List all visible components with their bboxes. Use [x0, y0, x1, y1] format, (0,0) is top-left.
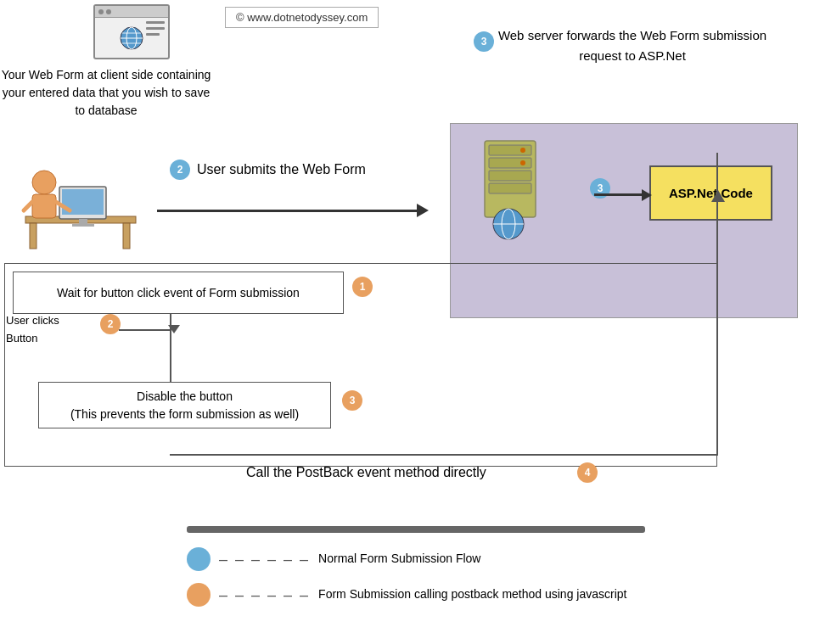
- badge-step4: 4: [577, 462, 598, 483]
- legend-circle-orange: [187, 583, 211, 607]
- legend-text-blue: Normal Form Submission Flow: [318, 551, 480, 568]
- browser-icon: [93, 4, 170, 59]
- legend-dash-blue: – – – – – –: [219, 551, 310, 568]
- step3-disable-box: Disable the button(This prevents the for…: [38, 382, 331, 428]
- svg-point-21: [520, 148, 525, 153]
- svg-rect-10: [79, 219, 87, 224]
- server-to-aspnet-arrow: [594, 193, 652, 196]
- legend-item-orange: – – – – – – Form Submission calling post…: [187, 583, 781, 607]
- svg-rect-19: [489, 171, 531, 181]
- step1-box: Wait for button click event of Form subm…: [13, 272, 344, 314]
- badge-server-step3: 3: [474, 31, 494, 52]
- legend-dash-orange: – – – – – –: [219, 586, 310, 604]
- step3-text: Disable the button(This prevents the for…: [70, 388, 299, 423]
- person-at-desk-icon: [8, 144, 144, 255]
- badge-step1: 1: [352, 277, 373, 297]
- submit-arrow: [157, 202, 429, 219]
- legend-area: – – – – – – Normal Form Submission Flow …: [187, 547, 781, 619]
- client-side-description: Your Web Form at client side containing …: [0, 66, 212, 120]
- step2-text: User submits the Web Form: [197, 162, 366, 177]
- user-clicks-label: User clicks Button: [6, 312, 59, 348]
- svg-point-22: [520, 160, 525, 165]
- hline-bottom-flow: [170, 454, 717, 456]
- step2-label: 2 User submits the Web Form: [170, 160, 366, 180]
- svg-rect-13: [32, 194, 56, 218]
- step1-text: Wait for button click event of Form subm…: [57, 286, 300, 300]
- divider: [187, 526, 645, 533]
- legend-item-blue: – – – – – – Normal Form Submission Flow: [187, 547, 781, 571]
- badge-step2: 2: [170, 160, 190, 180]
- svg-rect-6: [30, 223, 36, 249]
- badge-flow-step2: 2: [100, 314, 121, 334]
- legend-circle-blue: [187, 547, 211, 571]
- arrow-up-to-aspnet: [711, 190, 725, 202]
- svg-rect-7: [123, 223, 130, 249]
- arrow-down-to-step3: [168, 325, 180, 333]
- svg-line-15: [24, 202, 32, 210]
- hline-user-to-v: [119, 329, 171, 331]
- copyright-banner: © www.dotnetodyssey.com: [225, 7, 379, 28]
- legend-text-orange: Form Submission calling postback method …: [318, 586, 626, 603]
- badge-step3: 3: [342, 390, 362, 411]
- svg-rect-20: [489, 183, 531, 193]
- web-server-description: Web server forwards the Web Form submiss…: [488, 25, 777, 66]
- svg-point-12: [32, 171, 56, 194]
- postback-label: Call the PostBack event method directly: [246, 465, 486, 480]
- svg-rect-11: [72, 224, 94, 227]
- copyright-text: © www.dotnetodyssey.com: [236, 11, 368, 24]
